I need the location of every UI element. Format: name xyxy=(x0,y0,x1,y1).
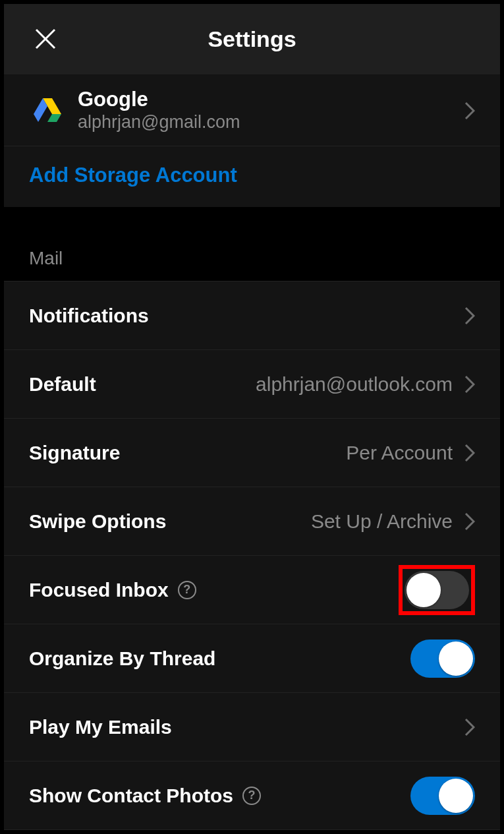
highlight-annotation xyxy=(399,565,475,615)
section-header-contacts: Contacts xyxy=(4,830,500,834)
row-show-contact-photos: Show Contact Photos ? xyxy=(4,761,500,830)
show-contacts-toggle[interactable] xyxy=(410,777,475,815)
signature-label: Signature xyxy=(29,442,120,464)
help-icon[interactable]: ? xyxy=(242,787,261,805)
row-organize-by-thread: Organize By Thread xyxy=(4,624,500,693)
focused-inbox-toggle[interactable] xyxy=(405,571,469,609)
chevron-right-icon xyxy=(464,512,475,531)
default-value: alphrjan@outlook.com xyxy=(256,373,453,396)
toggle-knob xyxy=(406,573,441,607)
help-icon[interactable]: ? xyxy=(178,581,196,599)
row-notifications[interactable]: Notifications xyxy=(4,282,500,350)
focused-inbox-label: Focused Inbox ? xyxy=(29,579,196,601)
row-signature[interactable]: Signature Per Account xyxy=(4,419,500,487)
svg-marker-3 xyxy=(47,114,61,122)
row-swipe-options[interactable]: Swipe Options Set Up / Archive xyxy=(4,487,500,556)
chevron-right-icon xyxy=(464,102,475,120)
section-header-mail: Mail xyxy=(4,235,500,282)
page-title: Settings xyxy=(208,26,296,52)
show-contacts-label: Show Contact Photos ? xyxy=(29,785,261,807)
focused-inbox-text: Focused Inbox xyxy=(29,579,169,601)
google-drive-icon xyxy=(29,98,66,123)
organize-toggle[interactable] xyxy=(410,640,475,678)
chevron-right-icon xyxy=(464,718,475,736)
toggle-knob xyxy=(439,779,473,813)
toggle-knob xyxy=(439,641,473,676)
row-default[interactable]: Default alphrjan@outlook.com xyxy=(4,350,500,419)
notifications-label: Notifications xyxy=(29,305,149,327)
settings-screen: Settings Google alphrjan@gmail.com Add S… xyxy=(3,3,501,831)
account-email: alphrjan@gmail.com xyxy=(78,112,464,133)
section-gap xyxy=(4,207,500,235)
add-storage-account[interactable]: Add Storage Account xyxy=(4,146,500,207)
swipe-label: Swipe Options xyxy=(29,510,166,533)
account-provider: Google xyxy=(78,88,464,111)
organize-label: Organize By Thread xyxy=(29,647,215,670)
swipe-value: Set Up / Archive xyxy=(311,510,453,533)
chevron-right-icon xyxy=(464,375,475,394)
play-emails-label: Play My Emails xyxy=(29,716,172,738)
account-text: Google alphrjan@gmail.com xyxy=(78,88,464,133)
default-label: Default xyxy=(29,373,96,396)
signature-value: Per Account xyxy=(346,442,453,464)
header: Settings xyxy=(4,4,500,75)
chevron-right-icon xyxy=(464,307,475,325)
close-icon xyxy=(34,27,57,51)
close-button[interactable] xyxy=(32,25,59,53)
account-google[interactable]: Google alphrjan@gmail.com xyxy=(4,75,500,146)
row-focused-inbox: Focused Inbox ? xyxy=(4,556,500,624)
show-contacts-text: Show Contact Photos xyxy=(29,785,233,807)
chevron-right-icon xyxy=(464,444,475,462)
accounts-section: Google alphrjan@gmail.com Add Storage Ac… xyxy=(4,75,500,207)
row-play-my-emails[interactable]: Play My Emails xyxy=(4,693,500,761)
